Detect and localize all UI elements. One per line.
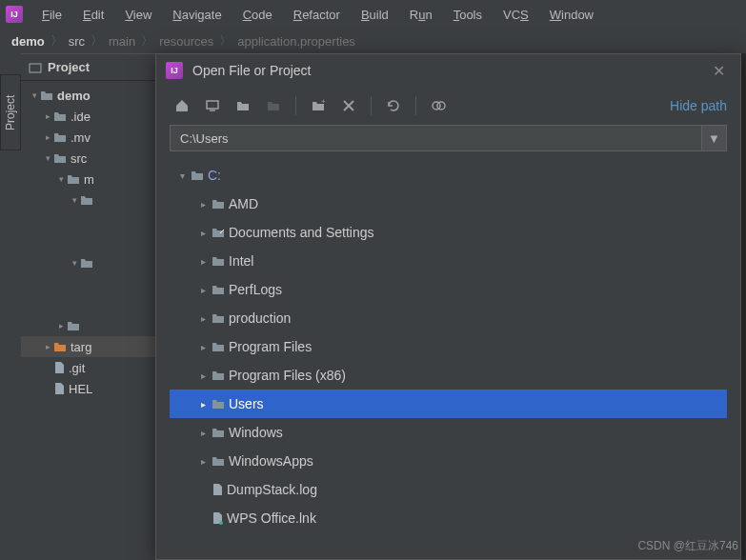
folder-icon: [53, 341, 67, 352]
module-dir-button[interactable]: [261, 93, 286, 118]
expander-icon[interactable]: ▸: [42, 132, 53, 142]
file-tree-label: Program Files: [229, 339, 312, 354]
expander-icon[interactable]: ▸: [196, 428, 210, 438]
dialog-titlebar: IJ Open File or Project ✕: [156, 54, 740, 87]
file-tree-row[interactable]: ▸PerfLogs: [170, 275, 727, 304]
folder-icon: [40, 90, 53, 101]
expander-icon[interactable]: ▾: [175, 170, 189, 181]
file-tree-row[interactable]: ▸Program Files: [170, 332, 727, 361]
breadcrumb: demo 〉 src 〉 main 〉 resources 〉 applicat…: [0, 29, 746, 53]
file-tree-row[interactable]: ▸Windows: [170, 418, 727, 447]
show-hidden-button[interactable]: [426, 93, 451, 118]
hide-path-link[interactable]: Hide path: [670, 98, 727, 113]
menu-build[interactable]: Build: [352, 4, 398, 26]
new-folder-button[interactable]: +: [306, 93, 331, 118]
file-tree-label: PerfLogs: [229, 282, 282, 297]
crumb-sep: 〉: [50, 32, 63, 50]
file-tree-row[interactable]: DumpStack.log: [170, 475, 727, 504]
file-icon: [53, 382, 65, 395]
dialog-close-button[interactable]: ✕: [707, 58, 731, 84]
folder-link-icon: [212, 227, 225, 238]
expander-icon[interactable]: ▾: [42, 153, 53, 163]
expander-icon[interactable]: ▸: [42, 342, 53, 351]
desktop-button[interactable]: [200, 93, 225, 118]
crumb-4[interactable]: application.properties: [237, 34, 355, 49]
menu-window[interactable]: Window: [540, 4, 603, 26]
project-dir-button[interactable]: [231, 93, 255, 118]
project-icon: [29, 61, 42, 74]
menu-file[interactable]: File: [32, 4, 71, 26]
folder-icon: [53, 152, 67, 164]
file-tree-row[interactable]: ▾C:: [170, 161, 727, 190]
menu-view[interactable]: View: [115, 4, 161, 26]
file-tree-row[interactable]: ▸Users: [170, 390, 727, 418]
expander-icon[interactable]: ▾: [55, 174, 67, 184]
folder-icon: [212, 284, 225, 295]
path-history-dropdown[interactable]: ▼: [702, 125, 727, 151]
folder-icon: [53, 110, 67, 122]
dialog-toolbar: + Hide path: [156, 87, 740, 125]
folder-icon: [53, 131, 67, 143]
file-tree-row[interactable]: ▸Documents and Settings: [170, 218, 727, 247]
folder-icon: [212, 370, 225, 381]
expander-icon[interactable]: ▸: [196, 285, 210, 295]
folder-icon: [212, 427, 225, 438]
expander-icon[interactable]: ▸: [42, 111, 53, 121]
menu-navigate[interactable]: Navigate: [163, 4, 231, 26]
menu-code[interactable]: Code: [233, 4, 282, 26]
folder-icon: [212, 198, 225, 210]
menu-edit[interactable]: Edit: [73, 4, 113, 26]
expander-icon[interactable]: ▸: [196, 313, 210, 324]
home-button[interactable]: [170, 93, 194, 118]
crumb-3[interactable]: resources: [159, 34, 213, 49]
tree-label: demo: [57, 89, 91, 103]
tree-label: m: [84, 172, 94, 187]
expander-icon[interactable]: ▾: [29, 90, 40, 100]
expander-icon[interactable]: ▸: [196, 456, 210, 467]
folder-icon: [67, 320, 80, 331]
file-tree-row[interactable]: ▸AMD: [170, 190, 727, 218]
file-icon: [212, 483, 223, 496]
svg-point-8: [219, 521, 223, 525]
expander-icon[interactable]: ▸: [196, 199, 210, 210]
file-tree-row[interactable]: WPS Office.lnk: [170, 504, 727, 532]
file-tree-row[interactable]: ▸Program Files (x86): [170, 361, 727, 390]
expander-icon[interactable]: ▸: [196, 342, 210, 352]
expander-icon[interactable]: ▸: [196, 256, 210, 267]
folder-icon: [212, 312, 225, 324]
tree-label: .mv: [71, 130, 91, 145]
file-tree[interactable]: ▾C:▸AMD▸Documents and Settings▸Intel▸Per…: [156, 159, 740, 559]
tree-label: HEL: [69, 382, 92, 396]
expander-icon[interactable]: ▾: [69, 258, 80, 268]
svg-text:+: +: [321, 98, 326, 106]
expander-icon[interactable]: ▾: [69, 195, 80, 205]
file-tree-label: production: [229, 310, 291, 326]
expander-icon[interactable]: ▸: [196, 228, 210, 238]
project-panel-title: Project: [48, 60, 90, 74]
crumb-1[interactable]: src: [69, 34, 85, 49]
path-input[interactable]: [170, 125, 702, 151]
dialog-app-icon: IJ: [166, 62, 183, 79]
expander-icon[interactable]: ▸: [196, 399, 210, 410]
expander-icon[interactable]: ▸: [55, 321, 67, 330]
file-tree-row[interactable]: ▸Intel: [170, 247, 727, 275]
menu-bar: IJ File Edit View Navigate Code Refactor…: [0, 0, 746, 29]
file-tree-row[interactable]: ▸WindowsApps: [170, 447, 727, 475]
crumb-root[interactable]: demo: [11, 34, 45, 49]
svg-rect-0: [30, 64, 41, 72]
expander-icon[interactable]: ▸: [196, 370, 210, 381]
file-icon: [53, 361, 65, 374]
folder-icon: [212, 455, 225, 467]
menu-run[interactable]: Run: [400, 4, 442, 26]
file-tree-label: AMD: [229, 196, 258, 211]
sidebar-tab-project[interactable]: Project: [0, 74, 21, 150]
file-tree-row[interactable]: ▸production: [170, 304, 727, 332]
refresh-button[interactable]: [381, 93, 406, 118]
menu-vcs[interactable]: VCS: [494, 4, 538, 26]
folder-icon: [191, 170, 204, 181]
menu-tools[interactable]: Tools: [444, 4, 492, 26]
delete-button[interactable]: [336, 93, 361, 118]
crumb-2[interactable]: main: [109, 34, 135, 49]
menu-refactor[interactable]: Refactor: [284, 4, 350, 26]
file-tree-label: Users: [229, 396, 264, 411]
